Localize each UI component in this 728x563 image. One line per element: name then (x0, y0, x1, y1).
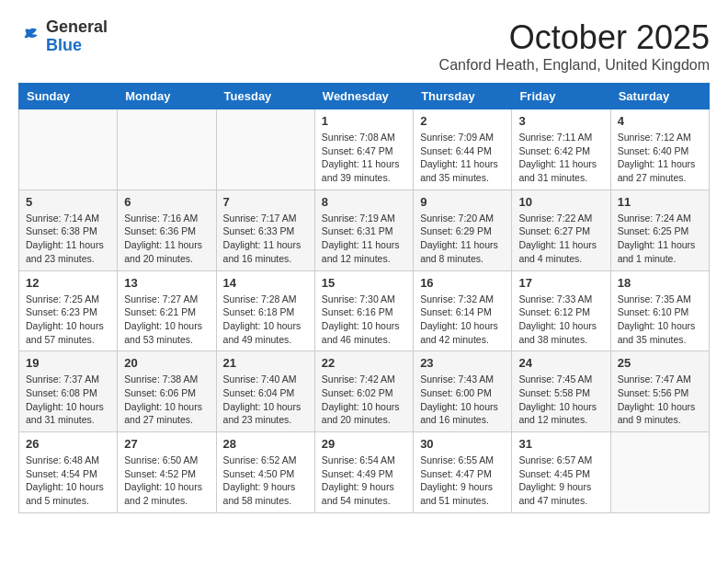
day-info: Sunrise: 6:57 AM Sunset: 4:45 PM Dayligh… (518, 454, 603, 508)
page-header: General Blue October 2025 Canford Heath,… (18, 18, 710, 74)
day-number: 2 (420, 114, 505, 128)
calendar-week-row: 26Sunrise: 6:48 AM Sunset: 4:54 PM Dayli… (19, 432, 710, 513)
calendar-day-9: 9Sunrise: 7:20 AM Sunset: 6:29 PM Daylig… (414, 190, 512, 270)
weekday-header-monday: Monday (118, 84, 216, 109)
day-number: 9 (420, 195, 505, 209)
weekday-header-wednesday: Wednesday (314, 84, 413, 109)
weekday-header-sunday: Sunday (19, 84, 118, 109)
day-number: 1 (322, 114, 406, 128)
calendar-week-row: 1Sunrise: 7:08 AM Sunset: 6:47 PM Daylig… (19, 109, 710, 190)
calendar-day-12: 12Sunrise: 7:25 AM Sunset: 6:23 PM Dayli… (19, 270, 118, 351)
calendar-day-14: 14Sunrise: 7:28 AM Sunset: 6:18 PM Dayli… (216, 270, 314, 351)
day-info: Sunrise: 7:47 AM Sunset: 5:56 PM Dayligh… (618, 373, 702, 427)
day-number: 10 (518, 195, 603, 209)
calendar-day-6: 6Sunrise: 7:16 AM Sunset: 6:36 PM Daylig… (118, 190, 216, 270)
day-info: Sunrise: 7:40 AM Sunset: 6:04 PM Dayligh… (223, 373, 308, 427)
day-number: 20 (124, 356, 209, 370)
calendar-day-17: 17Sunrise: 7:33 AM Sunset: 6:12 PM Dayli… (512, 270, 610, 351)
calendar-day-2: 2Sunrise: 7:09 AM Sunset: 6:44 PM Daylig… (414, 109, 512, 190)
day-info: Sunrise: 7:22 AM Sunset: 6:27 PM Dayligh… (518, 212, 603, 266)
day-info: Sunrise: 6:55 AM Sunset: 4:47 PM Dayligh… (420, 454, 505, 508)
calendar-day-7: 7Sunrise: 7:17 AM Sunset: 6:33 PM Daylig… (216, 190, 314, 270)
calendar-day-1: 1Sunrise: 7:08 AM Sunset: 6:47 PM Daylig… (314, 109, 413, 190)
calendar-day-16: 16Sunrise: 7:32 AM Sunset: 6:14 PM Dayli… (414, 270, 512, 351)
day-info: Sunrise: 6:54 AM Sunset: 4:49 PM Dayligh… (322, 454, 406, 508)
weekday-header-tuesday: Tuesday (216, 84, 314, 109)
day-number: 21 (223, 356, 308, 370)
day-number: 23 (420, 356, 505, 370)
day-number: 14 (223, 276, 308, 290)
day-number: 5 (26, 195, 110, 209)
day-info: Sunrise: 7:32 AM Sunset: 6:14 PM Dayligh… (420, 293, 505, 347)
calendar-day-18: 18Sunrise: 7:35 AM Sunset: 6:10 PM Dayli… (610, 270, 709, 351)
day-info: Sunrise: 7:16 AM Sunset: 6:36 PM Dayligh… (124, 212, 209, 266)
day-number: 25 (618, 356, 702, 370)
day-number: 11 (618, 195, 702, 209)
day-info: Sunrise: 7:45 AM Sunset: 5:58 PM Dayligh… (518, 373, 603, 427)
day-number: 4 (618, 114, 702, 128)
day-number: 8 (322, 195, 406, 209)
day-number: 22 (322, 356, 406, 370)
day-info: Sunrise: 7:33 AM Sunset: 6:12 PM Dayligh… (518, 293, 603, 347)
calendar-day-28: 28Sunrise: 6:52 AM Sunset: 4:50 PM Dayli… (216, 432, 314, 513)
day-info: Sunrise: 7:30 AM Sunset: 6:16 PM Dayligh… (322, 293, 406, 347)
calendar-empty-cell (610, 432, 709, 513)
day-info: Sunrise: 7:19 AM Sunset: 6:31 PM Dayligh… (322, 212, 406, 266)
day-number: 12 (26, 276, 110, 290)
calendar-day-22: 22Sunrise: 7:42 AM Sunset: 6:02 PM Dayli… (314, 351, 413, 432)
calendar-day-23: 23Sunrise: 7:43 AM Sunset: 6:00 PM Dayli… (414, 351, 512, 432)
calendar-empty-cell (19, 109, 118, 190)
day-number: 30 (420, 437, 505, 451)
day-info: Sunrise: 6:48 AM Sunset: 4:54 PM Dayligh… (26, 454, 110, 508)
day-info: Sunrise: 7:43 AM Sunset: 6:00 PM Dayligh… (420, 373, 505, 427)
calendar-day-13: 13Sunrise: 7:27 AM Sunset: 6:21 PM Dayli… (118, 270, 216, 351)
calendar-day-31: 31Sunrise: 6:57 AM Sunset: 4:45 PM Dayli… (512, 432, 610, 513)
calendar-day-25: 25Sunrise: 7:47 AM Sunset: 5:56 PM Dayli… (610, 351, 709, 432)
day-number: 29 (322, 437, 406, 451)
calendar-day-5: 5Sunrise: 7:14 AM Sunset: 6:38 PM Daylig… (19, 190, 118, 270)
day-info: Sunrise: 7:14 AM Sunset: 6:38 PM Dayligh… (26, 212, 110, 266)
weekday-header-thursday: Thursday (414, 84, 512, 109)
day-number: 17 (518, 276, 603, 290)
day-info: Sunrise: 7:35 AM Sunset: 6:10 PM Dayligh… (618, 293, 702, 347)
calendar-header-row: SundayMondayTuesdayWednesdayThursdayFrid… (19, 84, 710, 109)
calendar-day-8: 8Sunrise: 7:19 AM Sunset: 6:31 PM Daylig… (314, 190, 413, 270)
calendar-day-19: 19Sunrise: 7:37 AM Sunset: 6:08 PM Dayli… (19, 351, 118, 432)
calendar-day-29: 29Sunrise: 6:54 AM Sunset: 4:49 PM Dayli… (314, 432, 413, 513)
day-number: 6 (124, 195, 209, 209)
day-number: 7 (223, 195, 308, 209)
day-info: Sunrise: 6:52 AM Sunset: 4:50 PM Dayligh… (223, 454, 308, 508)
calendar-table: SundayMondayTuesdayWednesdayThursdayFrid… (18, 83, 710, 513)
day-number: 19 (26, 356, 110, 370)
day-info: Sunrise: 7:28 AM Sunset: 6:18 PM Dayligh… (223, 293, 308, 347)
calendar-day-30: 30Sunrise: 6:55 AM Sunset: 4:47 PM Dayli… (414, 432, 512, 513)
calendar-day-10: 10Sunrise: 7:22 AM Sunset: 6:27 PM Dayli… (512, 190, 610, 270)
weekday-header-friday: Friday (512, 84, 610, 109)
day-number: 24 (518, 356, 603, 370)
day-number: 15 (322, 276, 406, 290)
day-number: 16 (420, 276, 505, 290)
calendar-day-15: 15Sunrise: 7:30 AM Sunset: 6:16 PM Dayli… (314, 270, 413, 351)
day-number: 27 (124, 437, 209, 451)
location-title: Canford Heath, England, United Kingdom (439, 57, 710, 74)
day-number: 13 (124, 276, 209, 290)
day-number: 31 (518, 437, 603, 451)
calendar-title-section: October 2025 Canford Heath, England, Uni… (439, 18, 710, 74)
day-info: Sunrise: 7:38 AM Sunset: 6:06 PM Dayligh… (124, 373, 209, 427)
calendar-day-26: 26Sunrise: 6:48 AM Sunset: 4:54 PM Dayli… (19, 432, 118, 513)
day-info: Sunrise: 7:25 AM Sunset: 6:23 PM Dayligh… (26, 293, 110, 347)
day-info: Sunrise: 7:12 AM Sunset: 6:40 PM Dayligh… (618, 131, 702, 185)
month-title: October 2025 (439, 18, 710, 57)
day-number: 26 (26, 437, 110, 451)
day-number: 3 (518, 114, 603, 128)
logo-blue-text: Blue (46, 36, 82, 54)
logo-bird-icon (18, 26, 40, 48)
calendar-week-row: 12Sunrise: 7:25 AM Sunset: 6:23 PM Dayli… (19, 270, 710, 351)
day-info: Sunrise: 7:37 AM Sunset: 6:08 PM Dayligh… (26, 373, 110, 427)
day-info: Sunrise: 7:24 AM Sunset: 6:25 PM Dayligh… (618, 212, 702, 266)
calendar-day-24: 24Sunrise: 7:45 AM Sunset: 5:58 PM Dayli… (512, 351, 610, 432)
calendar-week-row: 5Sunrise: 7:14 AM Sunset: 6:38 PM Daylig… (19, 190, 710, 270)
day-info: Sunrise: 7:27 AM Sunset: 6:21 PM Dayligh… (124, 293, 209, 347)
calendar-day-4: 4Sunrise: 7:12 AM Sunset: 6:40 PM Daylig… (610, 109, 709, 190)
calendar-day-20: 20Sunrise: 7:38 AM Sunset: 6:06 PM Dayli… (118, 351, 216, 432)
